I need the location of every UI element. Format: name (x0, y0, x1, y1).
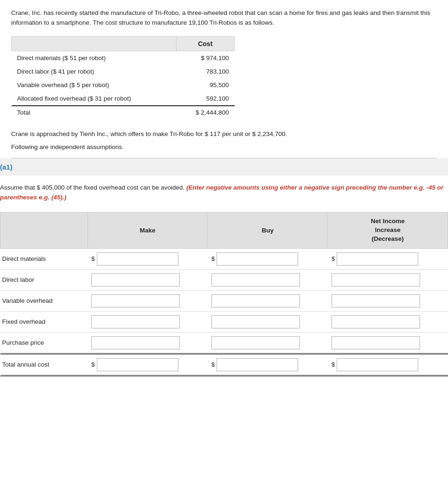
make-input-total[interactable] (97, 358, 178, 371)
buy-cell-variable-overhead (208, 290, 328, 311)
buy-input-direct-materials[interactable] (217, 252, 298, 266)
decision-header-buy: Buy (208, 212, 328, 248)
make-input-purchase-price[interactable] (91, 336, 180, 349)
make-cell-direct-labor (88, 269, 208, 290)
net-cell-total: $ (328, 354, 448, 375)
cost-total-value: $ 2,444,800 (176, 106, 234, 119)
net-input-purchase-price[interactable] (332, 336, 420, 349)
cost-row-label-0: Direct materials ($ 51 per robot) (12, 51, 176, 65)
buy-input-variable-overhead[interactable] (211, 294, 300, 307)
cost-row-value-3: 592,100 (176, 92, 234, 106)
net-cell-direct-labor (328, 269, 448, 290)
table-row: Fixed overhead (0, 311, 448, 332)
net-input-total[interactable] (337, 358, 418, 371)
make-cell-purchase-price (88, 332, 208, 354)
row-label-direct-labor: Direct labor (0, 269, 88, 290)
dollar-sign-make-0: $ (91, 255, 95, 262)
cost-table-label-header (12, 36, 176, 51)
intro-paragraph: Crane, Inc. has recently started the man… (11, 8, 437, 28)
cost-table-wrapper: Cost Direct materials ($ 51 per robot) $… (11, 36, 437, 119)
net-input-direct-materials[interactable] (337, 252, 418, 266)
decision-table-wrapper: Make Buy Net Income Increase (Decrease) … (0, 212, 448, 386)
decision-header-net-income: Net Income Increase (Decrease) (328, 212, 448, 248)
row-label-direct-materials: Direct materials (0, 248, 88, 269)
decision-table: Make Buy Net Income Increase (Decrease) … (0, 212, 448, 376)
section-a1-header: (a1) (0, 158, 448, 176)
make-cell-direct-materials: $ (88, 248, 208, 269)
cost-row-value-0: $ 974,100 (176, 51, 234, 65)
decision-header-label (0, 212, 88, 248)
net-cell-fixed-overhead (328, 311, 448, 332)
buy-cell-fixed-overhead (208, 311, 328, 332)
dollar-sign-net-0: $ (332, 255, 335, 262)
buy-cell-total: $ (208, 354, 328, 375)
make-input-variable-overhead[interactable] (91, 294, 180, 307)
row-label-variable-overhead: Variable overhead (0, 290, 88, 311)
cost-row-label-1: Direct labor ($ 41 per robot) (12, 65, 176, 78)
assumption-text-normal: Assume that $ 405,000 of the fixed overh… (0, 184, 184, 191)
table-row: Variable overhead (0, 290, 448, 311)
make-input-direct-materials[interactable] (97, 252, 178, 266)
cost-table-cost-header: Cost (176, 36, 234, 51)
table-row: Direct materials $ $ (0, 248, 448, 269)
row-label-fixed-overhead: Fixed overhead (0, 311, 88, 332)
row-label-purchase-price: Purchase price (0, 332, 88, 354)
independent-text: Following are independent assumptions. (11, 143, 437, 150)
buy-input-purchase-price[interactable] (211, 336, 300, 349)
buy-input-direct-labor[interactable] (211, 273, 300, 286)
cost-row-value-1: 783,100 (176, 65, 234, 78)
assumption-text: Assume that $ 405,000 of the fixed overh… (0, 183, 448, 203)
cost-total-row: Total $ 2,444,800 (12, 106, 235, 119)
buy-cell-purchase-price (208, 332, 328, 354)
net-cell-purchase-price (328, 332, 448, 354)
make-cell-variable-overhead (88, 290, 208, 311)
buy-input-total[interactable] (217, 358, 298, 371)
make-input-fixed-overhead[interactable] (91, 315, 180, 328)
decision-header-make: Make (88, 212, 208, 248)
buy-cell-direct-materials: $ (208, 248, 328, 269)
dollar-sign-buy-total: $ (211, 361, 215, 368)
dollar-sign-make-total: $ (91, 361, 95, 368)
table-row: Direct labor ($ 41 per robot) 783,100 (12, 65, 235, 78)
row-label-total-annual-cost: Total annual cost (0, 354, 88, 375)
buy-input-fixed-overhead[interactable] (211, 315, 300, 328)
section-a1-label: (a1) (0, 163, 13, 171)
make-input-direct-labor[interactable] (91, 273, 180, 286)
cost-row-label-2: Variable overhead ($ 5 per robot) (12, 78, 176, 92)
net-input-fixed-overhead[interactable] (332, 315, 420, 328)
cost-row-label-3: Allocated fixed overhead ($ 31 per robot… (12, 92, 176, 106)
make-cell-fixed-overhead (88, 311, 208, 332)
table-row: Allocated fixed overhead ($ 31 per robot… (12, 92, 235, 106)
buy-cell-direct-labor (208, 269, 328, 290)
total-annual-cost-row: Total annual cost $ $ (0, 354, 448, 375)
table-row: Purchase price (0, 332, 448, 354)
table-row: Variable overhead ($ 5 per robot) 95,500 (12, 78, 235, 92)
cost-table: Cost Direct materials ($ 51 per robot) $… (11, 36, 235, 119)
dollar-sign-buy-0: $ (211, 255, 215, 262)
table-row: Direct materials ($ 51 per robot) $ 974,… (12, 51, 235, 65)
net-input-variable-overhead[interactable] (332, 294, 420, 307)
net-input-direct-labor[interactable] (332, 273, 420, 286)
net-cell-direct-materials: $ (328, 248, 448, 269)
net-cell-variable-overhead (328, 290, 448, 311)
cost-row-value-2: 95,500 (176, 78, 234, 92)
dollar-sign-net-total: $ (332, 361, 335, 368)
table-row: Direct labor (0, 269, 448, 290)
approach-text: Crane is approached by Tienh Inc., which… (11, 129, 437, 139)
make-cell-total: $ (88, 354, 208, 375)
assumption-block: Assume that $ 405,000 of the fixed overh… (0, 176, 448, 386)
cost-total-label: Total (12, 106, 176, 119)
